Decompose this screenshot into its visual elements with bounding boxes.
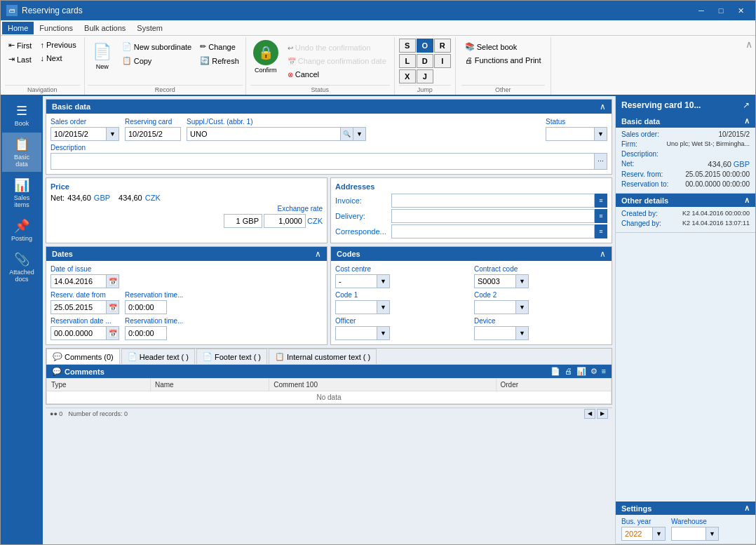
header-text-tab-icon: 📄 <box>128 352 137 361</box>
exchange-rate-input[interactable] <box>224 214 262 228</box>
minimize-button[interactable]: ─ <box>692 4 710 18</box>
cancel-button[interactable]: ⊗ Cancel <box>284 68 390 81</box>
rs-other-details-header[interactable]: Other details ∧ <box>616 194 755 207</box>
close-button[interactable]: ✕ <box>731 4 750 18</box>
new-subordinate-button[interactable]: 📄 New subordinate <box>119 40 196 53</box>
officer-input[interactable] <box>335 326 377 340</box>
rs-basic-data-header[interactable]: Basic data ∧ <box>616 114 755 128</box>
cost-centre-input[interactable] <box>335 274 377 288</box>
status-J-button[interactable]: J <box>417 69 433 83</box>
scroll-left-btn[interactable]: ◀ <box>584 409 595 419</box>
status-input[interactable] <box>546 127 595 141</box>
basic-data-panel-header[interactable]: Basic data ∧ <box>46 100 612 114</box>
sales-order-input[interactable] <box>50 127 107 141</box>
contract-code-input[interactable] <box>474 274 516 288</box>
sidebar-item-sales-items[interactable]: 📊 Salesitems <box>2 173 41 213</box>
comments-more-icon[interactable]: ≡ <box>602 367 606 376</box>
description-input[interactable] <box>50 153 595 170</box>
copy-button[interactable]: 📋 Copy <box>119 54 196 67</box>
functions-print-button[interactable]: 🖨 Functions and Print <box>461 54 545 67</box>
confirm-button[interactable]: 🔒 Confirm <box>250 39 281 75</box>
reserv-date-from-calendar[interactable]: 📅 <box>107 300 119 314</box>
reservation-date-calendar[interactable]: 📅 <box>107 326 119 340</box>
dates-panel-header[interactable]: Dates ∧ <box>46 247 327 261</box>
invoice-address-menu[interactable]: ≡ <box>595 194 607 208</box>
delivery-address-menu[interactable]: ≡ <box>595 209 607 223</box>
comments-add-icon[interactable]: 📄 <box>551 367 560 376</box>
sidebar-item-basic-data[interactable]: 📋 Basicdata <box>2 133 41 172</box>
status-D-button[interactable]: D <box>417 54 433 68</box>
menu-bulk-actions[interactable]: Bulk actions <box>79 22 131 34</box>
scroll-right-btn[interactable]: ▶ <box>597 409 608 419</box>
rs-settings-body: Bus. year ▼ Warehouse ▼ <box>616 515 755 544</box>
maximize-button[interactable]: □ <box>712 4 730 18</box>
reservation-time-input[interactable] <box>125 300 167 314</box>
select-book-button[interactable]: 📚 Select book <box>461 40 545 53</box>
warehouse-dropdown[interactable]: ▼ <box>706 527 719 541</box>
record-group-label: Record <box>88 85 243 93</box>
tab-comments[interactable]: 💬 Comments (0) <box>46 349 120 364</box>
tab-footer-text[interactable]: 📄 Footer text ( ) <box>196 349 267 364</box>
reservation-time2-input[interactable] <box>125 326 167 340</box>
status-O-button[interactable]: O <box>417 39 433 53</box>
tab-header-text[interactable]: 📄 Header text ( ) <box>121 349 195 364</box>
sales-order-dropdown[interactable]: ▼ <box>107 127 119 141</box>
bottom-panel: 💬 Comments (0) 📄 Header text ( ) 📄 Foote… <box>46 348 612 405</box>
next-button[interactable]: ↓ Next <box>36 52 79 65</box>
code1-dropdown[interactable]: ▼ <box>377 300 390 314</box>
code2-dropdown[interactable]: ▼ <box>516 300 529 314</box>
new-button[interactable]: 📄 New <box>88 39 117 72</box>
corresponde-address-menu[interactable]: ≡ <box>595 224 607 238</box>
exchange-rate-czk-input[interactable] <box>264 214 306 228</box>
contract-code-dropdown[interactable]: ▼ <box>516 274 529 288</box>
comments-chart-icon[interactable]: 📊 <box>576 367 586 376</box>
device-dropdown[interactable]: ▼ <box>516 326 529 340</box>
ribbon-collapse-arrow[interactable]: ∧ <box>745 39 752 50</box>
reservation-date-input[interactable] <box>50 326 107 340</box>
rs-basic-data-body: Sales order: 10/2015/2 Firm: Uno plc; We… <box>616 128 755 193</box>
status-S-button[interactable]: S <box>399 39 416 53</box>
comments-tools-icon[interactable]: ⚙ <box>590 367 598 376</box>
officer-dropdown[interactable]: ▼ <box>377 326 390 340</box>
tab-internal-customer[interactable]: 📋 Internal customer text ( ) <box>269 349 377 364</box>
menu-home[interactable]: Home <box>2 22 34 34</box>
rs-changed-by-row: Changed by: K2 14.04.2016 13:07:11 <box>621 220 750 227</box>
change-button[interactable]: ✏ Change <box>196 40 243 53</box>
last-button[interactable]: ⇥ Last <box>5 53 35 66</box>
refresh-button[interactable]: 🔄 Refresh <box>196 54 243 67</box>
reserving-card-input[interactable] <box>125 127 181 141</box>
officer-device-row: Officer ▼ Device ▼ <box>335 317 607 340</box>
menu-system[interactable]: System <box>131 22 168 34</box>
code2-input[interactable] <box>474 300 516 314</box>
sidebar-item-posting[interactable]: 📌 Posting <box>2 214 41 246</box>
device-input[interactable] <box>474 326 516 340</box>
status-R-button[interactable]: R <box>434 39 451 53</box>
status-I-button[interactable]: I <box>434 54 451 68</box>
menu-functions[interactable]: Functions <box>34 22 79 34</box>
date-of-issue-calendar[interactable]: 📅 <box>107 274 119 288</box>
reserv-date-from-input[interactable] <box>50 300 107 314</box>
first-button[interactable]: ⇤ First <box>5 39 35 52</box>
comments-print-icon[interactable]: 🖨 <box>565 367 572 376</box>
change-confirmation-date-button[interactable]: 📅 Change confirmation date <box>284 55 390 67</box>
suppl-cust-input[interactable] <box>187 127 341 141</box>
suppl-cust-search[interactable]: 🔍 <box>341 127 353 141</box>
previous-button[interactable]: ↑ Previous <box>36 39 79 51</box>
sidebar-item-attached-docs[interactable]: 📎 Attacheddocs <box>2 248 41 287</box>
codes-panel-header[interactable]: Codes ∧ <box>331 247 612 261</box>
suppl-cust-dropdown2[interactable]: ▼ <box>353 127 366 141</box>
status-X-button[interactable]: X <box>399 69 416 83</box>
date-of-issue-input[interactable] <box>50 274 107 288</box>
bus-year-input[interactable] <box>621 527 653 541</box>
status-dropdown[interactable]: ▼ <box>595 127 607 141</box>
sidebar-item-book[interactable]: ☰ Book <box>2 99 41 131</box>
undo-confirmation-button[interactable]: ↩ Undo the confirmation <box>284 41 390 54</box>
description-expand[interactable]: ⋯ <box>595 153 607 170</box>
warehouse-input[interactable] <box>671 527 706 541</box>
status-L-button[interactable]: L <box>399 54 416 68</box>
code1-input[interactable] <box>335 300 377 314</box>
cost-centre-dropdown[interactable]: ▼ <box>377 274 390 288</box>
bus-year-dropdown[interactable]: ▼ <box>653 527 666 541</box>
rs-external-link-icon[interactable]: ↗ <box>743 100 750 110</box>
rs-settings-header[interactable]: Settings ∧ <box>616 502 755 515</box>
